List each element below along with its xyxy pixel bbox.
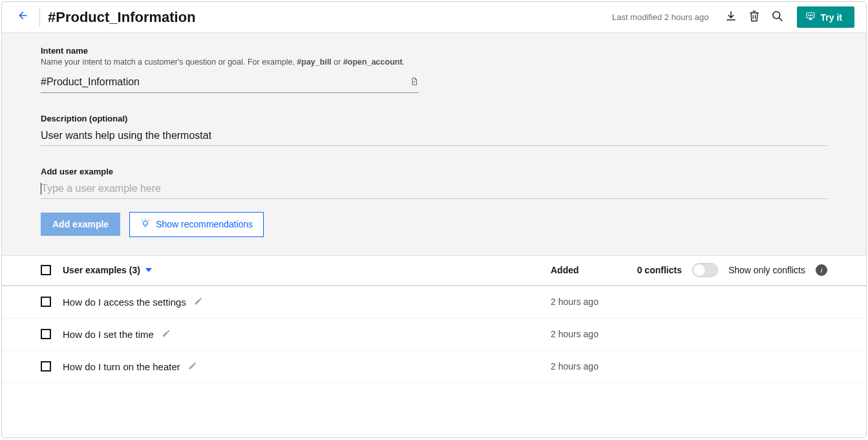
table-row[interactable]: How do I access the settings 2 hours ago [2,286,866,319]
intent-name-label: Intent name [41,46,419,56]
select-all-checkbox[interactable] [41,265,51,275]
intent-name-help: Name your intent to match a customer's q… [41,56,419,68]
example-text-cell: How do I turn on the heater [63,361,551,372]
pencil-icon [162,329,171,340]
description-label: Description (optional) [41,114,827,123]
trash-icon [748,10,761,25]
added-cell: 2 hours ago [551,329,633,339]
pencil-icon [194,297,203,308]
search-icon [771,10,784,25]
row-checkbox[interactable] [41,297,51,307]
example-text-cell: How do I set the time [63,329,551,340]
svg-point-0 [772,12,779,19]
info-icon[interactable]: i [816,264,827,276]
conflicts-count: 0 conflicts [637,265,682,275]
show-only-conflicts-toggle[interactable] [692,263,718,277]
table-header: User examples (3) Added 0 conflicts Show… [2,255,866,286]
toggle-knob [693,264,705,276]
chat-icon [805,11,816,23]
show-recommendations-button[interactable]: Show recommendations [129,212,264,237]
description-group: Description (optional) User wants help u… [41,114,827,146]
search-button[interactable] [766,10,789,25]
description-input[interactable]: User wants help using the thermostat [41,126,827,146]
table-header-right: 0 conflicts Show only conflicts i [633,263,827,277]
try-it-button[interactable]: Try it [797,6,854,28]
svg-point-2 [808,15,809,16]
sort-descending-icon [145,268,152,272]
example-input[interactable] [41,183,827,194]
page-title: #Product_Information [48,9,612,26]
examples-table: User examples (3) Added 0 conflicts Show… [2,255,866,383]
table-row[interactable]: How do I set the time 2 hours ago [2,319,866,351]
added-cell: 2 hours ago [551,297,633,307]
add-example-button[interactable]: Add example [41,213,120,236]
edit-button[interactable] [194,297,203,308]
svg-point-3 [810,15,810,16]
page-header: #Product_Information Last modified 2 hou… [2,2,866,33]
table-row[interactable]: How do I turn on the heater 2 hours ago [2,351,866,383]
intent-detail-panel: #Product_Information Last modified 2 hou… [1,1,867,438]
show-recommendations-label: Show recommendations [156,219,253,229]
svg-point-4 [812,15,812,16]
back-button[interactable] [8,6,36,28]
example-button-row: Add example Show recommendations [41,212,827,237]
show-only-conflicts-label: Show only conflicts [728,265,805,275]
pencil-icon [188,361,197,372]
try-it-label: Try it [821,12,842,23]
arrow-left-icon [15,8,29,26]
example-text-cell: How do I access the settings [63,297,551,308]
add-example-group: Add user example [41,167,827,199]
added-cell: 2 hours ago [551,361,633,372]
example-input-wrapper [41,179,827,199]
delete-button[interactable] [743,10,766,25]
intent-name-input-wrapper [41,72,419,93]
svg-point-5 [143,221,148,225]
divider [39,8,40,26]
edit-button[interactable] [188,361,197,372]
row-checkbox[interactable] [41,329,51,339]
document-icon [410,76,419,89]
download-icon [725,10,737,25]
last-modified-text: Last modified 2 hours ago [612,12,709,22]
lightbulb-icon [140,218,151,231]
intent-form: Intent name Name your intent to match a … [2,33,866,255]
edit-button[interactable] [162,329,171,340]
row-checkbox[interactable] [41,361,51,372]
added-column-header[interactable]: Added [551,265,633,275]
user-examples-column-header[interactable]: User examples (3) [63,265,551,275]
intent-name-group: Intent name Name your intent to match a … [41,46,419,93]
intent-name-input[interactable] [41,76,410,88]
add-example-label: Add user example [41,167,827,176]
download-button[interactable] [719,10,743,25]
